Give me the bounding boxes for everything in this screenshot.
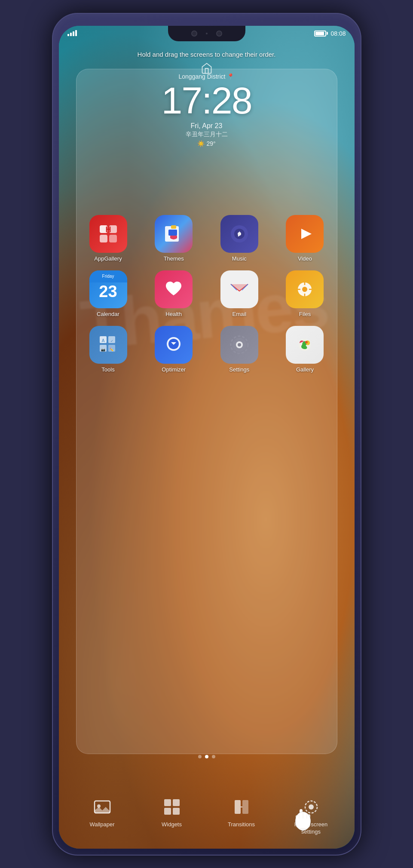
video-label: Video xyxy=(298,255,312,262)
signal-bar-2 xyxy=(70,33,72,36)
svg-rect-39 xyxy=(164,799,171,806)
appgallery-label: AppGallery xyxy=(94,255,122,262)
app-settings[interactable]: Settings xyxy=(216,326,263,373)
svg-text:♪: ♪ xyxy=(237,228,242,239)
svg-rect-6 xyxy=(168,230,177,236)
files-icon xyxy=(286,270,324,308)
svg-rect-53 xyxy=(300,809,303,817)
svg-rect-7 xyxy=(171,225,176,229)
notch xyxy=(168,26,245,41)
gallery-icon xyxy=(286,326,324,364)
appgallery-icon: H xyxy=(89,215,127,253)
status-time: 08:08 xyxy=(330,30,346,37)
app-gallery[interactable]: Gallery xyxy=(281,326,328,373)
svg-rect-44 xyxy=(242,800,248,814)
email-icon xyxy=(220,270,258,308)
themes-icon xyxy=(155,215,193,253)
svg-rect-42 xyxy=(173,808,180,815)
app-row-2: Friday 23 Calendar Health xyxy=(85,270,329,317)
svg-rect-3 xyxy=(109,235,117,242)
phone-screen: Thames xyxy=(59,26,355,849)
svg-rect-54 xyxy=(296,819,310,828)
themes-label: Themes xyxy=(164,255,184,262)
battery-fill xyxy=(315,32,324,35)
optimizer-label: Optimizer xyxy=(162,366,186,373)
tools-icon: A ✓ 📷 ✏️ xyxy=(89,326,127,364)
video-icon xyxy=(286,215,324,253)
page-dot-3[interactable] xyxy=(212,755,215,758)
svg-text:📷: 📷 xyxy=(101,347,105,352)
signal-bar-4 xyxy=(75,30,77,36)
music-label: Music xyxy=(232,255,247,262)
weather-icon: ☀️ xyxy=(197,140,205,147)
battery-tip xyxy=(327,32,328,35)
clock-area: Longgang District 📍 17:28 Fri, Apr 23 辛丑… xyxy=(59,73,355,147)
transitions-icon xyxy=(231,796,252,818)
app-calendar[interactable]: Friday 23 Calendar xyxy=(85,270,132,317)
music-icon: ♪ xyxy=(220,215,258,253)
ir-sensor xyxy=(216,31,222,37)
speaker xyxy=(206,33,208,34)
svg-rect-41 xyxy=(164,808,171,815)
files-label: Files xyxy=(299,311,311,317)
app-row-3: A ✓ 📷 ✏️ Tools xyxy=(85,326,329,373)
svg-point-18 xyxy=(302,287,307,292)
battery-icon xyxy=(314,31,328,37)
widgets-label: Widgets xyxy=(162,821,182,828)
app-appgallery[interactable]: H AppGallery xyxy=(85,215,132,262)
signal-indicator xyxy=(67,30,77,36)
signal-bar-3 xyxy=(73,31,74,36)
app-email[interactable]: Email xyxy=(216,270,263,317)
app-music[interactable]: ♪ Music xyxy=(216,215,263,262)
health-icon xyxy=(155,270,193,308)
instruction-text: Hold and drag the screens to change thei… xyxy=(59,51,355,58)
svg-text:A: A xyxy=(101,338,104,343)
cursor-hand xyxy=(290,806,316,836)
app-optimizer[interactable]: Optimizer xyxy=(150,326,197,373)
settings-icon xyxy=(220,326,258,364)
page-dots xyxy=(59,755,355,758)
clock-weather: ☀️ 29° xyxy=(59,140,355,147)
phone-outer: Thames xyxy=(52,13,361,856)
svg-text:✏️: ✏️ xyxy=(110,347,114,352)
app-grid: H AppGallery Themes xyxy=(85,215,329,381)
settings-label: Settings xyxy=(229,366,249,373)
signal-bar-1 xyxy=(67,34,69,36)
tools-label: Tools xyxy=(101,366,114,373)
app-files[interactable]: Files xyxy=(281,270,328,317)
weather-temp: 29° xyxy=(206,140,215,147)
widgets-icon xyxy=(161,796,183,818)
svg-text:H: H xyxy=(105,225,111,234)
battery-body xyxy=(314,31,326,37)
page-dot-1[interactable] xyxy=(198,755,202,758)
app-row-1: H AppGallery Themes xyxy=(85,215,329,262)
svg-rect-2 xyxy=(100,235,107,242)
svg-point-36 xyxy=(305,341,308,344)
clock-date: Fri, Apr 23 xyxy=(59,122,355,130)
toolbar-wallpaper[interactable]: Wallpaper xyxy=(76,796,128,828)
gallery-label: Gallery xyxy=(296,366,314,373)
transitions-label: Transitions xyxy=(228,821,255,828)
svg-rect-40 xyxy=(173,799,180,806)
wallpaper-label: Wallpaper xyxy=(89,821,114,828)
app-health[interactable]: Health xyxy=(150,270,197,317)
svg-marker-12 xyxy=(301,229,312,239)
toolbar-transitions[interactable]: Transitions xyxy=(216,796,267,828)
clock-time: 17:28 xyxy=(59,82,355,120)
toolbar-widgets[interactable]: Widgets xyxy=(146,796,198,828)
svg-rect-43 xyxy=(235,800,241,814)
calendar-label: Calendar xyxy=(97,311,119,317)
page-dot-2[interactable] xyxy=(205,755,208,758)
email-label: Email xyxy=(233,311,247,317)
app-tools[interactable]: A ✓ 📷 ✏️ Tools xyxy=(85,326,132,373)
status-right: 08:08 xyxy=(314,30,346,37)
calendar-icon: Friday 23 xyxy=(89,270,127,308)
svg-text:✓: ✓ xyxy=(110,339,113,343)
app-themes[interactable]: Themes xyxy=(150,215,197,262)
health-label: Health xyxy=(165,311,182,317)
optimizer-icon xyxy=(155,326,193,364)
wallpaper-icon xyxy=(92,796,113,818)
svg-point-34 xyxy=(238,343,241,347)
front-camera xyxy=(191,31,197,37)
app-video[interactable]: Video xyxy=(281,215,328,262)
